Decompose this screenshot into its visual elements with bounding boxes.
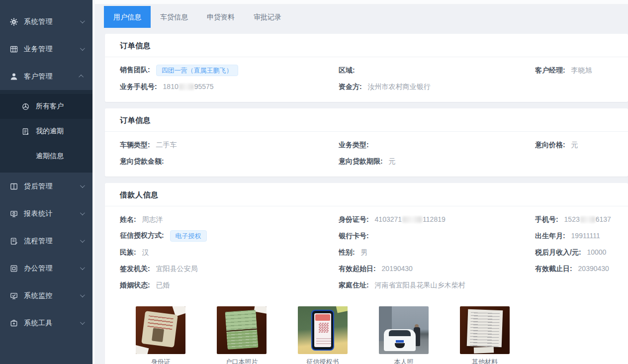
field-label: 银行卡号: <box>339 232 369 240</box>
sidebar-item-office-mgmt[interactable]: 办公管理 <box>0 255 92 282</box>
notebook-icon <box>22 128 29 135</box>
field-marital-status: 婚姻状态: 已婚 <box>120 281 339 290</box>
user-icon <box>10 73 18 81</box>
field-id-number: 身份证号: 4103271112819 <box>339 215 535 224</box>
sidebar-item-label: 业务管理 <box>24 45 80 54</box>
field-funder: 资金方: 汝州市农村商业银行 <box>339 83 535 91</box>
field-label: 税后月收入/元: <box>535 248 581 256</box>
sidebar-item-workflow-mgmt[interactable]: 流程管理 <box>0 227 92 255</box>
photo-caption: 本人照 <box>379 358 429 364</box>
field-ethnicity: 民族: 汉 <box>120 248 339 257</box>
sidebar-item-report-stats[interactable]: 报表统计 <box>0 200 92 227</box>
redaction-blur <box>402 216 422 223</box>
sidebar-item-my-overdue[interactable]: 我的逾期 <box>0 119 92 144</box>
field-credit-auth: 征信授权方式: 电子授权 <box>120 230 339 242</box>
field-phone: 手机号: 15236137 <box>535 215 613 224</box>
field-label: 家庭住址: <box>339 281 369 289</box>
field-value: 已婚 <box>156 281 170 289</box>
photo-caption: 其他材料 <box>460 358 510 364</box>
gear-icon <box>10 18 18 26</box>
sidebar-item-overdue-info[interactable]: 逾期信息 <box>0 144 92 169</box>
sidebar-item-system-monitor[interactable]: 系统监控 <box>0 282 92 309</box>
sidebar-item-label: 办公管理 <box>24 264 80 273</box>
field-label: 有效起始日: <box>339 265 376 273</box>
field-value: 20390430 <box>578 265 609 273</box>
field-label: 征信授权方式: <box>120 231 164 239</box>
field-label: 客户经理: <box>535 66 565 74</box>
sidebar-item-label: 贷后管理 <box>24 182 80 191</box>
sidebar-item-postloan-mgmt[interactable]: 贷后管理 <box>0 173 92 200</box>
sidebar-item-label: 流程管理 <box>24 237 80 246</box>
field-value: 李晓旭 <box>571 66 592 74</box>
card-title: 订单信息 <box>120 116 613 125</box>
tab-car-loan-info[interactable]: 车贷信息 <box>151 6 197 28</box>
clipboard-icon <box>10 237 18 245</box>
sales-team-tag[interactable]: 四团一营（直属王鹏飞） <box>156 65 238 77</box>
order-info-card-2: 订单信息 车辆类型: 二手车 业务类型: 意向价格: 元 意向贷款金额: <box>105 108 628 177</box>
field-label: 区域: <box>339 66 355 74</box>
field-business-type: 业务类型: <box>339 141 535 150</box>
field-valid-from: 有效起始日: 20190430 <box>339 265 535 273</box>
sidebar-item-system-mgmt[interactable]: 系统管理 <box>0 8 92 35</box>
monitor-icon <box>10 210 18 218</box>
tab-user-info[interactable]: 用户信息 <box>104 6 151 28</box>
tab-approval-records[interactable]: 审批记录 <box>244 6 291 28</box>
field-label: 销售团队: <box>120 66 150 74</box>
person-with-car-photo[interactable] <box>379 306 429 354</box>
monitor-check-icon <box>10 292 18 300</box>
sidebar-item-business-mgmt[interactable]: 业务管理 <box>0 35 92 63</box>
field-value: 周志洋 <box>142 215 163 223</box>
square-in-square-icon <box>10 265 18 273</box>
field-value: 95575 <box>194 83 214 91</box>
photo-item: 本人照 <box>379 306 429 364</box>
field-label: 资金方: <box>339 83 362 91</box>
photo-item: 征信授权书 <box>298 306 348 364</box>
field-label: 业务手机号: <box>120 83 157 91</box>
photo-item: 身份证 <box>136 306 185 364</box>
field-label: 意向贷款期限: <box>339 157 383 165</box>
tab-loan-application-docs[interactable]: 申贷资料 <box>197 6 244 28</box>
sidebar-item-all-customers[interactable]: 所有客户 <box>0 94 92 119</box>
other-document-photo[interactable] <box>460 306 510 354</box>
field-region: 区域: <box>339 66 535 75</box>
field-value: 汉 <box>142 248 149 256</box>
field-intent-loan-amount: 意向贷款金额: <box>120 157 339 166</box>
sidebar-item-label: 客户管理 <box>24 72 80 81</box>
field-valid-to: 有效截止日: 20390430 <box>535 265 613 273</box>
field-label: 出生年月: <box>535 232 565 240</box>
field-value: 河南省宜阳县花果山乡木柴村 <box>375 281 465 289</box>
tab-bar: 用户信息 车贷信息 申贷资料 审批记录 <box>104 6 628 28</box>
credit-auth-photo[interactable] <box>298 306 348 354</box>
field-value: 元 <box>571 141 578 149</box>
field-label: 手机号: <box>535 215 558 223</box>
credit-auth-tag: 电子授权 <box>170 230 207 242</box>
field-monthly-income: 税后月收入/元: 10000 <box>535 248 613 257</box>
top-strip <box>95 0 628 4</box>
id-card-photo[interactable] <box>136 306 185 354</box>
field-label: 性别: <box>339 248 355 256</box>
sidebar-item-label: 系统工具 <box>24 319 80 328</box>
field-value: 4103271 <box>375 215 402 223</box>
sidebar-item-label: 报表统计 <box>24 209 80 218</box>
field-value: 二手车 <box>156 141 177 149</box>
field-label: 婚姻状态: <box>120 281 150 289</box>
photo-item: 户口本照片 <box>217 306 267 364</box>
field-bank-card: 银行卡号: <box>339 232 535 241</box>
field-label: 有效截止日: <box>535 265 572 273</box>
card-title: 订单信息 <box>120 41 613 51</box>
field-label: 业务类型: <box>339 141 369 149</box>
chevron-down-icon <box>80 18 85 23</box>
sidebar-item-system-tools[interactable]: 系统工具 <box>0 309 92 337</box>
sidebar-item-label: 所有客户 <box>36 102 64 111</box>
toolbox-icon <box>10 319 18 327</box>
household-register-photo[interactable] <box>217 306 267 354</box>
field-intent-price: 意向价格: 元 <box>535 141 613 150</box>
field-value: 6137 <box>596 215 611 223</box>
chevron-down-icon <box>80 210 85 215</box>
field-label: 身份证号: <box>339 215 369 223</box>
redaction-blur <box>179 84 194 90</box>
chevron-down-icon <box>80 238 85 243</box>
chevron-down-icon <box>80 320 85 325</box>
sidebar-item-customer-mgmt[interactable]: 客户管理 <box>0 63 92 90</box>
redaction-blur <box>580 216 595 223</box>
